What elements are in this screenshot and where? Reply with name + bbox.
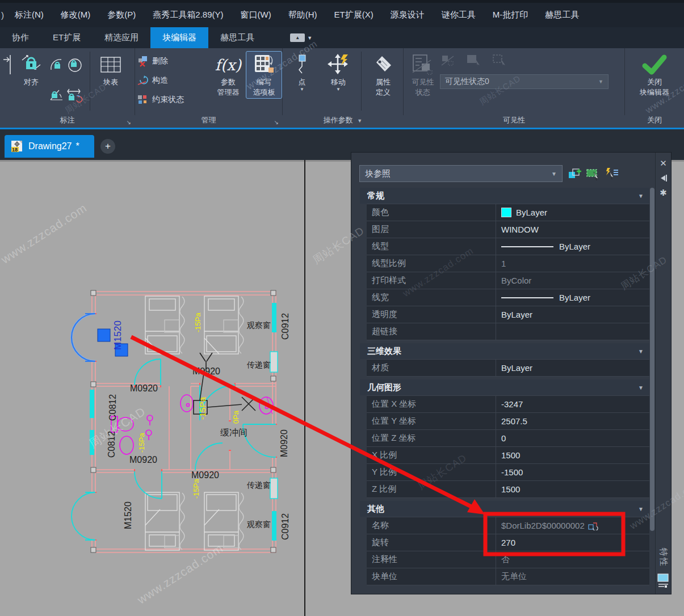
palette-scrollbar[interactable]	[650, 188, 654, 531]
window-label: C0812	[108, 394, 118, 421]
section-header[interactable]: 几何图形▼	[360, 379, 649, 395]
property-row-block-unit[interactable]: 块单位 无单位	[367, 568, 649, 585]
select-objects-icon[interactable]	[586, 167, 600, 181]
property-row-linetype[interactable]: 线型 ByLayer	[367, 238, 649, 255]
menu-item-partial[interactable]: )	[0, 10, 6, 20]
collapse-caret-icon[interactable]: ▼	[638, 385, 644, 391]
section-header[interactable]: 三维效果▼	[360, 343, 649, 359]
point-parameter-button[interactable]: 点 ▼	[287, 52, 317, 93]
ribbon: 对齐	[0, 48, 684, 129]
menu-item-dimension[interactable]: 标注(N)	[6, 10, 52, 20]
object-type-selector[interactable]: 块参照 ▼	[359, 165, 563, 182]
delete-constraint-button[interactable]: 删除	[135, 52, 168, 71]
section-header[interactable]: 常规▼	[360, 188, 649, 204]
property-row-position-x[interactable]: 位置 X 坐标 -3247	[367, 396, 649, 413]
ribbon-tab-block-editor[interactable]: 块编辑器	[150, 27, 208, 48]
window-label: C0812	[107, 431, 116, 458]
panel-label-action-parameters: 操作参数	[324, 116, 353, 124]
menu-item-yanxiu-toolbox[interactable]: 燕秀工具箱2.89(Y)	[144, 10, 232, 20]
property-row-linetype-scale[interactable]: 线型比例 1	[367, 255, 649, 272]
property-row-annotative[interactable]: 注释性 否	[367, 551, 649, 568]
menu-item-window[interactable]: 窗口(W)	[232, 10, 280, 20]
section-header[interactable]: 其他▼	[360, 501, 649, 517]
green-check-icon	[641, 53, 668, 77]
authoring-palettes-button[interactable]: 编写 选项板	[246, 52, 282, 98]
window-label: 传递窗	[246, 480, 271, 490]
authoring-palettes-label: 编写	[257, 77, 271, 87]
attribute-definition-button[interactable]: 属性 定义	[366, 52, 400, 98]
window-label: 传递窗	[246, 360, 271, 369]
plus-icon: +	[105, 141, 111, 152]
radius-constraint-icon[interactable]	[49, 57, 65, 75]
visibility-state-combo[interactable]: 可见性状态0 ▼	[440, 74, 609, 89]
property-row-lineweight[interactable]: 线宽 ByLayer	[367, 289, 649, 306]
convert-constraint-icon[interactable]	[66, 87, 83, 105]
move-action-button[interactable]: 移动 ▼	[320, 52, 356, 93]
property-row-scale-y[interactable]: Y 比例 -1500	[367, 464, 649, 481]
property-row-color[interactable]: 颜色 ByLayer	[367, 204, 649, 221]
construction-geometry-button[interactable]: 构造	[135, 71, 168, 90]
section-geometry: 几何图形▼ 位置 X 坐标 -3247 位置 Y 坐标 2507.5 位置 Z …	[360, 379, 649, 498]
door-label: M1520	[123, 501, 133, 529]
window-label: 观察窗	[246, 320, 271, 330]
menu-item-modify[interactable]: 修改(M)	[52, 10, 99, 20]
combo-caret-icon[interactable]: ▼	[598, 79, 603, 85]
close-block-editor-button[interactable]: 关闭 块编辑器	[630, 52, 679, 98]
panel-label-close: 关闭	[647, 116, 662, 124]
block-name-pick-icon[interactable]	[588, 521, 598, 530]
dialog-launcher-icon[interactable]: ↘	[274, 119, 279, 125]
menu-item-yuanquan[interactable]: 源泉设计	[382, 10, 433, 20]
collapse-caret-icon[interactable]: ▼	[638, 506, 644, 512]
authoring-palettes-icon	[254, 53, 274, 77]
linetype-glyph	[501, 246, 553, 247]
linear-constraint-button[interactable]	[0, 52, 15, 78]
new-drawing-tab-button[interactable]: +	[100, 139, 115, 154]
menu-item-parameters[interactable]: 参数(P)	[99, 10, 144, 20]
close-palette-button[interactable]: ✕	[656, 156, 671, 171]
property-row-transparency[interactable]: 透明度 ByLayer	[367, 306, 649, 323]
pickadd-toggle-icon[interactable]	[568, 167, 582, 181]
quick-select-icon[interactable]	[604, 167, 619, 181]
menu-item-batch-print[interactable]: M-批打印	[484, 10, 537, 20]
menu-item-help[interactable]: 帮助(H)	[280, 10, 326, 20]
property-row-layer[interactable]: 图层 WINDOW	[367, 221, 649, 238]
door-label: M0920	[129, 455, 157, 465]
constraint-status-button[interactable]: 约束状态	[135, 90, 184, 109]
ribbon-minimize-button[interactable]: ▲	[290, 33, 305, 42]
combo-caret-icon[interactable]: ▼	[551, 171, 557, 177]
ribbon-tab-collaborate[interactable]: 协作	[0, 27, 41, 48]
palette-settings-icon[interactable]: ✱	[656, 185, 671, 200]
ribbon-tab-featured-apps[interactable]: 精选应用	[93, 27, 150, 48]
drawing-tab[interactable]: 18 Drawing27 *	[5, 135, 94, 158]
visibility-mode-icon	[492, 54, 508, 67]
collapse-caret-icon[interactable]: ▼	[638, 193, 644, 199]
grip-point[interactable]	[98, 329, 110, 341]
diameter-constraint-icon[interactable]	[67, 57, 83, 75]
property-row-name[interactable]: 名称 $DorLib2D$00000002	[367, 517, 649, 534]
property-row-position-y[interactable]: 位置 Y 坐标 2507.5	[367, 413, 649, 430]
align-constraint-button[interactable]: 对齐	[15, 52, 48, 88]
property-row-rotation[interactable]: 旋转 270	[367, 534, 649, 551]
ribbon-panel-visibility: 可见性 状态 可见性状态0 ▼ 可见性	[404, 48, 624, 128]
menu-item-mini-tools[interactable]: 谜你工具	[433, 10, 484, 20]
dwg-file-icon: 18	[10, 140, 24, 153]
menu-item-et-extension[interactable]: ET扩展(X)	[326, 10, 382, 20]
property-row-scale-z[interactable]: Z 比例 1500	[367, 481, 649, 498]
autohide-icon[interactable]	[656, 171, 671, 185]
property-row-plot-style[interactable]: 打印样式 ByColor	[367, 272, 649, 289]
angle-constraint-icon[interactable]	[49, 87, 65, 105]
menu-item-hesi-tools[interactable]: 赫思工具	[536, 10, 588, 20]
property-row-material[interactable]: 材质 ByLayer	[367, 360, 649, 377]
ribbon-minimize-caret-icon[interactable]: ▼	[307, 35, 312, 48]
dialog-launcher-icon[interactable]: ↘	[127, 119, 131, 125]
ribbon-tab-hesi[interactable]: 赫思工具	[208, 27, 266, 48]
collapse-caret-icon[interactable]: ▼	[638, 348, 644, 355]
property-row-position-z[interactable]: 位置 Z 坐标 0	[367, 430, 649, 447]
block-table-button[interactable]: 块表	[93, 52, 129, 88]
parameter-manager-button[interactable]: f(x) 参数 管理器	[210, 52, 246, 98]
ribbon-tab-et[interactable]: ET扩展	[41, 27, 93, 48]
close-block-editor-label: 关闭	[647, 77, 662, 87]
property-row-hyperlink[interactable]: 超链接	[367, 323, 649, 340]
align-label: 对齐	[24, 77, 39, 87]
property-row-scale-x[interactable]: X 比例 1500	[367, 447, 649, 464]
